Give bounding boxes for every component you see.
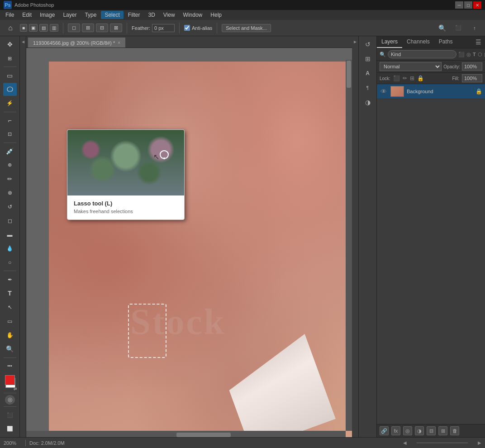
frame-tool[interactable]: ⊡ — [3, 128, 17, 141]
foreground-color-chip[interactable] — [5, 375, 15, 385]
layers-panel-menu[interactable]: ☰ — [472, 37, 485, 48]
opacity-input[interactable] — [462, 62, 482, 71]
new-layer-button[interactable]: ⊞ — [438, 426, 447, 435]
hand-tool[interactable]: ✋ — [3, 329, 17, 342]
feather-input[interactable] — [152, 24, 175, 32]
workspace-icon[interactable]: ⬛ — [452, 21, 465, 35]
lock-pixels-icon[interactable]: ⬛ — [393, 75, 400, 81]
menu-filter[interactable]: Filter — [124, 11, 144, 19]
add-selection-btn[interactable]: ⊞ — [82, 24, 94, 32]
eraser-tool[interactable]: ◻ — [3, 214, 17, 227]
tab-close-button[interactable]: × — [118, 40, 120, 45]
eyedropper-tool[interactable]: 💉 — [3, 145, 17, 158]
menu-image[interactable]: Image — [36, 11, 58, 19]
lasso-tool[interactable] — [3, 83, 17, 96]
subtract-selection-btn[interactable]: ⊟ — [96, 24, 108, 32]
layer-effects-button[interactable]: fx — [391, 426, 400, 435]
maximize-button[interactable]: □ — [464, 1, 472, 9]
menu-window[interactable]: Window — [180, 11, 206, 19]
move-tool[interactable]: ✥ — [3, 38, 17, 51]
menu-layer[interactable]: Layer — [59, 11, 80, 19]
menu-3d[interactable]: 3D — [144, 11, 158, 19]
shape-tool[interactable]: ▭ — [3, 315, 17, 328]
layers-filter-input[interactable] — [388, 50, 456, 58]
toolbar-round-select[interactable]: ▣ — [29, 24, 38, 32]
right-grid-icon[interactable]: ⊞ — [361, 52, 374, 65]
close-button[interactable]: ✕ — [473, 1, 481, 9]
toolbar-single-row[interactable]: ▤ — [39, 24, 48, 32]
horizontal-scrollbar[interactable] — [26, 431, 346, 437]
right-paragraph-icon[interactable]: ¶ — [361, 81, 374, 94]
antialias-checkbox[interactable] — [184, 25, 190, 31]
blur-tool[interactable]: 💧 — [3, 242, 17, 255]
toolbar-single-col[interactable]: ▥ — [50, 24, 58, 32]
zoom-tool[interactable]: 🔍 — [3, 343, 17, 356]
menu-select[interactable]: Select — [101, 11, 123, 19]
filter-adjust-icon[interactable]: ◎ — [466, 52, 471, 57]
lock-position-icon[interactable]: ✏ — [403, 75, 407, 81]
filter-pixel-icon[interactable]: ⬛ — [458, 52, 465, 57]
pen-tool[interactable]: ✒ — [3, 273, 17, 286]
menu-file[interactable]: File — [2, 11, 18, 19]
menu-view[interactable]: View — [160, 11, 179, 19]
select-mask-button[interactable]: Select and Mask... — [222, 24, 271, 32]
gradient-tool[interactable]: ▬ — [3, 228, 17, 241]
menu-help[interactable]: Help — [207, 11, 225, 19]
vscroll-thumb[interactable] — [347, 61, 351, 88]
stamp-tool[interactable]: ⊗ — [3, 186, 17, 200]
extra-tools[interactable]: ••• — [3, 360, 17, 373]
screen-mode-icon[interactable]: ⬛ — [3, 409, 17, 422]
artboard-tool[interactable]: ⊞ — [3, 52, 17, 65]
layer-item-background[interactable]: 👁 Background 🔒 — [377, 84, 485, 99]
tab-layers[interactable]: Layers — [377, 36, 402, 48]
lock-all-icon[interactable]: 🔒 — [417, 75, 424, 81]
statusbar-next[interactable]: ▶ — [478, 440, 481, 445]
text-tool[interactable]: T — [3, 287, 17, 300]
swap-colors-icon[interactable]: ⇌ — [14, 386, 17, 391]
search-icon[interactable]: 🔍 — [435, 21, 449, 35]
hscroll-thumb[interactable] — [176, 433, 231, 437]
share-icon[interactable]: ↑ — [468, 21, 481, 35]
intersect-selection-btn[interactable]: ⊠ — [110, 24, 122, 32]
canvas-tab[interactable]: 1193064566.jpg @ 200% (RGB/8#) * × — [28, 38, 125, 48]
vertical-scrollbar[interactable] — [346, 60, 352, 431]
filter-shape-icon[interactable]: ⬡ — [478, 52, 482, 57]
history-brush-tool[interactable]: ↺ — [3, 200, 17, 214]
right-history-icon[interactable]: ↺ — [361, 38, 374, 51]
blend-mode-select[interactable]: Normal Multiply Screen Overlay — [380, 62, 442, 71]
titlebar-controls[interactable]: ─ □ ✕ — [455, 1, 481, 9]
tab-channels[interactable]: Channels — [402, 36, 434, 48]
right-text-icon[interactable]: A — [361, 67, 374, 80]
filter-text-icon[interactable]: T — [473, 52, 476, 57]
path-selection-tool[interactable]: ↖ — [3, 301, 17, 314]
quick-mask-icon[interactable]: ◎ — [5, 395, 15, 405]
link-layers-button[interactable]: 🔗 — [380, 426, 389, 435]
adjustment-layer-button[interactable]: ◑ — [415, 426, 424, 435]
layer-mask-button[interactable]: ◎ — [403, 426, 412, 435]
canvas-image[interactable]: Stock ↖ — [49, 62, 352, 437]
toolbar-home[interactable]: ⌂ — [4, 21, 17, 35]
rectangular-marquee-tool[interactable]: ▭ — [3, 69, 17, 82]
collapse-right-arrow[interactable]: ▶ — [353, 40, 357, 44]
crop-tool[interactable]: ⌐ — [3, 114, 17, 127]
lock-artboard-icon[interactable]: ⊞ — [410, 75, 414, 81]
collapse-left-arrow[interactable]: ◀ — [21, 40, 25, 44]
delete-layer-button[interactable]: 🗑 — [450, 426, 459, 435]
healing-brush-tool[interactable]: ⊕ — [3, 159, 17, 172]
brush-tool[interactable]: ✏ — [3, 172, 17, 186]
screen-mode-alt-icon[interactable]: ⬜ — [3, 422, 17, 435]
dodge-tool[interactable]: ○ — [3, 256, 17, 269]
statusbar-prev[interactable]: ◀ — [403, 440, 407, 445]
minimize-button[interactable]: ─ — [455, 1, 463, 9]
new-group-button[interactable]: ⊟ — [427, 426, 436, 435]
menu-edit[interactable]: Edit — [19, 11, 35, 19]
menu-type[interactable]: Type — [81, 11, 100, 19]
new-selection-btn[interactable]: ◻ — [68, 24, 80, 32]
magic-wand-tool[interactable]: ⚡ — [3, 97, 17, 110]
tab-paths[interactable]: Paths — [434, 36, 457, 48]
statusbar-scrollbar[interactable]: ──────────────── — [408, 440, 477, 445]
fill-input[interactable] — [462, 74, 482, 82]
right-colorwheel-icon[interactable]: ◑ — [361, 96, 374, 109]
toolbar-rect-select[interactable]: ■ — [20, 24, 27, 32]
layer-visibility-eye[interactable]: 👁 — [380, 88, 388, 95]
